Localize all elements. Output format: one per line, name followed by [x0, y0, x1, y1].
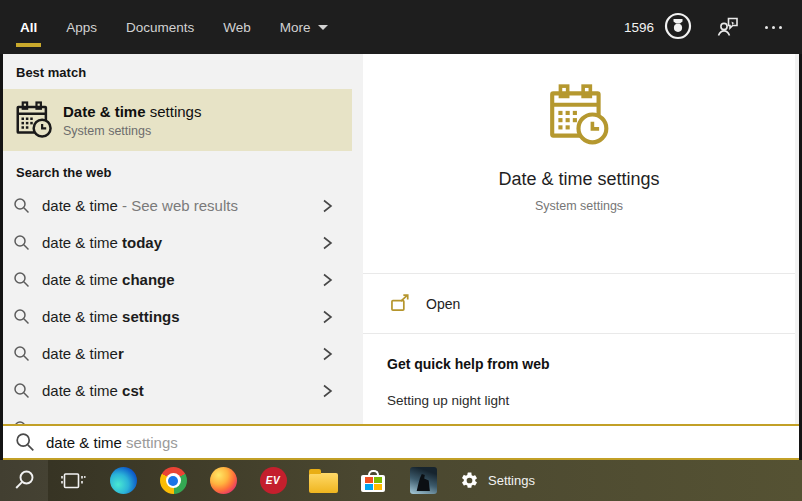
search-icon	[13, 382, 30, 399]
microsoft-store-icon	[361, 470, 385, 492]
search-suggestion-row[interactable]: date & time change	[0, 261, 352, 298]
windows-search-panel: All Apps Documents Web More 1596	[0, 0, 802, 501]
tab-more[interactable]: More	[280, 0, 328, 54]
rewards-count: 1596	[624, 20, 654, 35]
search-query: date & time settings	[46, 434, 178, 451]
search-icon	[13, 234, 30, 251]
rewards-button[interactable]: 1596	[624, 11, 693, 44]
taskbar-chrome-button[interactable]	[148, 460, 198, 501]
search-the-web-label: Search the web	[0, 154, 352, 180]
suggestion-text: date & time change	[42, 271, 175, 288]
calendar-clock-icon	[363, 82, 795, 152]
suggestion-text: date & time today	[42, 234, 162, 251]
open-action[interactable]: Open	[363, 274, 795, 333]
gear-icon	[460, 471, 479, 490]
taskbar: EV Settings	[0, 460, 802, 501]
window-edge-left	[0, 54, 3, 460]
chevron-right-icon[interactable]	[320, 309, 334, 325]
feedback-person-chat-icon[interactable]	[716, 15, 740, 39]
preview-card: Date & time settings System settings	[363, 82, 795, 273]
chrome-icon	[160, 467, 187, 494]
tab-more-label: More	[280, 20, 311, 35]
preview-subtitle: System settings	[363, 199, 795, 213]
search-icon	[13, 197, 30, 214]
search-suggestion-row[interactable]: date & time today	[0, 224, 352, 261]
task-view-icon	[61, 471, 86, 491]
open-external-icon	[390, 294, 411, 313]
search-icon	[13, 345, 30, 362]
best-match-subtitle: System settings	[63, 124, 201, 138]
kindle-icon	[410, 467, 437, 494]
suggestion-text: date & timer	[42, 345, 124, 362]
ellipsis-icon[interactable]	[763, 22, 784, 33]
search-suggestion-row[interactable]: date & time settings	[0, 298, 352, 335]
chevron-right-icon[interactable]	[320, 198, 334, 214]
tab-documents-label: Documents	[126, 20, 194, 35]
web-suggestions: date & time - See web results date & tim…	[0, 187, 352, 426]
expressvpn-icon: EV	[260, 467, 287, 494]
preview-title: Date & time settings	[363, 169, 795, 190]
result-preview-panel: Date & time settings System settings Ope…	[363, 54, 795, 424]
best-match-label: Best match	[0, 54, 352, 80]
search-suggestion-row[interactable]: date & time - See web results	[0, 187, 352, 224]
search-suggestion-row[interactable]: date & timer	[0, 335, 352, 372]
chevron-right-icon[interactable]	[320, 346, 334, 362]
tab-documents[interactable]: Documents	[126, 0, 194, 54]
taskbar-settings-button[interactable]: Settings	[448, 460, 547, 501]
search-icon	[15, 432, 35, 452]
search-icon	[13, 271, 30, 288]
quick-help-section: Get quick help from web Setting up night…	[363, 334, 795, 424]
filter-tabs: All Apps Documents Web More	[20, 0, 328, 54]
calendar-clock-icon	[14, 100, 54, 140]
open-label: Open	[426, 296, 460, 312]
file-explorer-icon	[309, 473, 338, 493]
search-icon	[13, 308, 30, 325]
results-list: Best match	[0, 54, 352, 424]
edge-icon	[110, 467, 137, 494]
taskbar-store-button[interactable]	[348, 460, 398, 501]
best-match-result[interactable]: Date & time settings System settings	[0, 89, 352, 151]
chevron-right-icon[interactable]	[320, 235, 334, 251]
taskbar-firefox-button[interactable]	[198, 460, 248, 501]
taskbar-edge-button[interactable]	[98, 460, 148, 501]
help-link-night-light[interactable]: Setting up night light	[387, 393, 795, 408]
firefox-icon	[210, 467, 237, 494]
suggestion-text: date & time cst	[42, 382, 144, 399]
medal-icon	[663, 11, 693, 44]
taskbar-settings-label: Settings	[488, 473, 535, 488]
tab-all[interactable]: All	[20, 0, 37, 54]
chevron-right-icon[interactable]	[320, 272, 334, 288]
tab-web[interactable]: Web	[223, 0, 251, 54]
taskbar-file-explorer-button[interactable]	[298, 460, 348, 501]
tab-apps-label: Apps	[66, 20, 97, 35]
taskbar-search-button[interactable]	[0, 460, 48, 501]
tab-apps[interactable]: Apps	[66, 0, 97, 54]
tab-all-label: All	[20, 20, 37, 35]
task-view-button[interactable]	[48, 460, 98, 501]
search-suggestion-row[interactable]: date & time cst	[0, 372, 352, 409]
taskbar-expressvpn-button[interactable]: EV	[248, 460, 298, 501]
search-input[interactable]: date & time settings	[0, 424, 802, 460]
search-filter-header: All Apps Documents Web More 1596	[0, 0, 802, 54]
inline-autocomplete: settings	[122, 434, 178, 451]
best-match-title: Date & time settings	[63, 103, 201, 120]
tab-web-label: Web	[223, 20, 251, 35]
taskbar-kindle-button[interactable]	[398, 460, 448, 501]
suggestion-text: date & time - See web results	[42, 197, 238, 214]
chevron-right-icon[interactable]	[320, 383, 334, 399]
chevron-down-icon	[318, 25, 328, 30]
suggestion-text: date & time settings	[42, 308, 180, 325]
quick-help-header: Get quick help from web	[387, 356, 795, 372]
search-icon	[13, 469, 36, 492]
